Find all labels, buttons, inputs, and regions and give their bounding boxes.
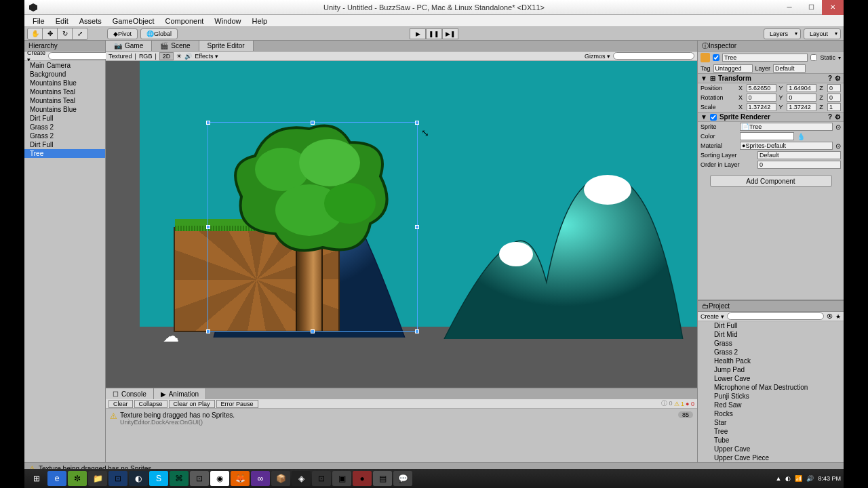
warning-count-icon[interactable]: ⚠ 1 [674,401,685,407]
layout-dropdown[interactable]: Layout [804,28,841,39]
sprite-renderer-header[interactable]: ▼ Sprite Renderer ? ⚙ [698,112,844,122]
layer-dropdown[interactable]: Default [773,64,806,73]
taskbar-app[interactable]: ⊡ [190,471,209,486]
project-item[interactable]: Grass 2 [714,348,844,357]
object-picker-icon[interactable]: ⊙ [835,123,841,131]
taskbar-app[interactable]: ▣ [332,471,351,486]
tray-volume-icon[interactable]: 🔊 [806,475,814,482]
project-item[interactable]: Microphone of Max Destruction [714,383,844,392]
static-dropdown-icon[interactable]: ▾ [838,55,841,61]
taskbar-app-ie[interactable]: e [47,471,66,486]
taskbar-app[interactable]: ● [353,471,372,486]
position-y-field[interactable] [787,84,816,92]
light-toggle-icon[interactable]: ☀ [176,53,182,60]
active-checkbox[interactable] [713,54,719,61]
hierarchy-item[interactable]: Mountains Teal [24,87,105,96]
taskbar-app[interactable]: 💬 [393,471,412,486]
menu-edit[interactable]: Edit [50,17,74,25]
project-item[interactable]: Dirt Full [714,321,844,330]
2d-toggle[interactable]: 2D [159,52,174,60]
project-item[interactable]: Red Saw [714,401,844,409]
gear-icon[interactable]: ⚙ [835,113,841,121]
project-create-dropdown[interactable]: Create ▾ [701,313,724,320]
taskbar-app-firefox[interactable]: 🦊 [231,471,250,486]
info-count-icon[interactable]: ⓘ 0 [661,399,673,408]
menu-help[interactable]: Help [246,17,273,25]
hierarchy-item[interactable]: Grass 2 [24,131,105,140]
hierarchy-item[interactable]: Mountains Blue [24,105,105,114]
rotation-y-field[interactable] [787,94,816,102]
taskbar-app-unity[interactable]: ◈ [292,471,311,486]
scale-y-field[interactable] [787,103,816,111]
project-item[interactable]: Tube [714,436,844,445]
scene-search[interactable] [613,52,694,60]
play-button[interactable]: ▶ [410,28,426,39]
order-in-layer-field[interactable] [757,161,841,169]
taskbar-app[interactable]: ✼ [68,471,87,486]
scene-view[interactable]: ⤡ ☁ [106,61,697,388]
hierarchy-item[interactable]: Dirt Full [24,114,105,123]
hand-tool-icon[interactable]: ✋ [28,28,43,39]
taskbar-app[interactable]: ⊡ [312,471,331,486]
hierarchy-item[interactable]: Background [24,70,105,79]
static-checkbox[interactable] [810,54,817,61]
start-button[interactable]: ⊞ [27,471,46,486]
console-clear-button[interactable]: Clear [108,400,133,408]
step-button[interactable]: ▶❚ [442,28,458,39]
hierarchy-item[interactable]: Main Camera [24,61,105,70]
hierarchy-item[interactable]: Mountains Teal [24,96,105,105]
tray-clock[interactable]: 8:43 PM [818,475,841,482]
sorting-layer-dropdown[interactable]: Default [757,151,841,159]
eyedropper-icon[interactable]: 💧 [797,133,805,140]
tray-up-icon[interactable]: ▲ [776,475,782,482]
taskbar-app-steam[interactable]: ◐ [129,471,148,486]
console-clear-on-play-button[interactable]: Clear on Play [169,400,215,408]
hierarchy-item[interactable]: Grass 2 [24,123,105,131]
selection-gizmo[interactable] [208,122,418,332]
effects-dropdown[interactable]: Effects ▾ [195,53,218,60]
menu-window[interactable]: Window [209,17,246,25]
sprite-field[interactable]: 📄Tree [740,123,833,131]
scale-tool-icon[interactable]: ⤢ [73,28,87,39]
hierarchy-item[interactable]: Tree [24,149,105,158]
taskbar-app[interactable]: ⊡ [108,471,127,486]
taskbar-app[interactable]: 📁 [88,471,107,486]
project-item[interactable]: Punji Sticks [714,392,844,401]
pivot-toggle[interactable]: ◆ Pivot [107,28,138,39]
rgb-dropdown[interactable]: RGB [139,53,153,60]
taskbar-app[interactable]: ▤ [373,471,392,486]
search-filter-icon[interactable]: ⦿ [827,313,833,320]
project-item[interactable]: Tree [714,427,844,436]
position-z-field[interactable] [827,84,841,92]
project-item[interactable]: Upper Cave Piece [714,453,844,462]
position-x-field[interactable] [747,84,776,92]
search-type-icon[interactable]: ★ [835,313,841,320]
taskbar-app-chrome[interactable]: ◉ [210,471,229,486]
audio-toggle-icon[interactable]: 🔊 [184,53,192,60]
project-item[interactable]: Dirt Mid [714,330,844,339]
sprite-editor-tab[interactable]: Sprite Editor [199,41,254,51]
rotation-z-field[interactable] [827,94,841,102]
scale-z-field[interactable] [827,103,841,111]
project-item[interactable]: Rocks [714,409,844,418]
taskbar-app[interactable]: 📦 [271,471,290,486]
gear-icon[interactable]: ⚙ [835,75,841,82]
project-item[interactable]: Star [714,418,844,427]
shading-dropdown[interactable]: Textured [108,53,132,60]
hierarchy-item[interactable]: Dirt Full [24,140,105,149]
project-item[interactable]: Grass [714,339,844,348]
material-field[interactable]: ●Sprites-Default [740,142,833,150]
layers-dropdown[interactable]: Layers [764,28,801,39]
transform-component-header[interactable]: ▼⊞ Transform ? ⚙ [698,73,844,83]
tray-icon[interactable]: ◐ [785,475,791,482]
maximize-button[interactable]: ☐ [800,0,822,15]
taskbar-app[interactable]: ⌘ [170,471,189,486]
help-icon[interactable]: ? [828,75,832,82]
rotate-tool-icon[interactable]: ↻ [58,28,73,39]
pause-button[interactable]: ❚❚ [426,28,442,39]
error-count-icon[interactable]: ● 0 [686,401,694,407]
inspector-tab[interactable]: ⓘ Inspector [698,41,844,52]
scale-x-field[interactable] [747,103,776,111]
minimize-button[interactable]: ─ [778,0,800,15]
menu-assets[interactable]: Assets [74,17,107,25]
